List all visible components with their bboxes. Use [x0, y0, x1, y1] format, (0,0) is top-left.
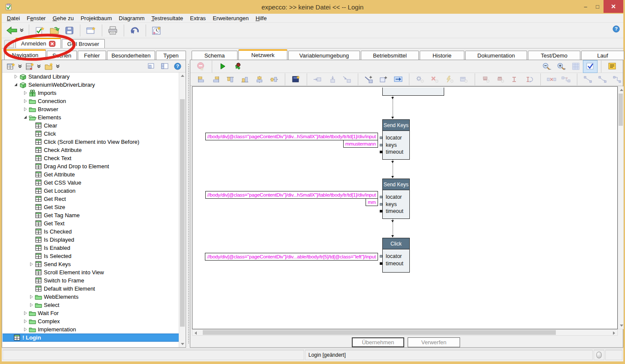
- accept-item-button[interactable]: [33, 24, 47, 37]
- tree-collapsed-icon[interactable]: [28, 294, 34, 299]
- tree-collapsed-icon[interactable]: [28, 262, 34, 267]
- tree-expanded-icon[interactable]: [13, 82, 19, 87]
- align-left-button[interactable]: [194, 73, 208, 86]
- menu-testresultate[interactable]: Testresultate: [148, 14, 187, 22]
- help-icon[interactable]: ?: [613, 25, 620, 34]
- menu-extras[interactable]: Extras: [186, 14, 209, 22]
- right-tab-dokumentation[interactable]: Dokumentation: [465, 51, 527, 60]
- tree-item-get-size[interactable]: Get Size: [3, 203, 180, 211]
- left-tab-typen[interactable]: Typen: [156, 51, 186, 60]
- tree-item-get-location[interactable]: Get Location: [3, 187, 180, 195]
- scroll-up-icon[interactable]: [618, 87, 625, 93]
- tree-collapsed-icon[interactable]: [22, 107, 28, 112]
- right-tab-variablenumgebung[interactable]: Variablenumgebung: [288, 51, 360, 60]
- zoom-in-button[interactable]: +: [554, 60, 568, 73]
- tree-item-switch-to-frame[interactable]: Switch to Frame: [3, 276, 180, 285]
- tree-item-wait-for[interactable]: Wait For: [3, 309, 180, 317]
- canvas-vertical-scrollbar[interactable]: [618, 86, 624, 329]
- right-tab-netzwerk[interactable]: Netzwerk: [238, 49, 287, 60]
- tree-item-connection[interactable]: Connection: [3, 97, 180, 105]
- tree-item-click-scroll-element-into-view-before[interactable]: Click (Scroll Element into View Before): [3, 138, 180, 146]
- line-style-step-button[interactable]: [610, 73, 625, 86]
- menu-hilfe[interactable]: Hilfe: [252, 14, 270, 22]
- tree-collapsed-icon[interactable]: [28, 303, 34, 307]
- menu-erweiterungen[interactable]: Erweiterungen: [209, 14, 252, 22]
- left-tab-besonderheiten[interactable]: Besonderheiten: [107, 51, 155, 60]
- block-port-locator[interactable]: locator: [383, 253, 409, 260]
- tree-item-clear[interactable]: Clear: [3, 121, 180, 130]
- canvas-vscroll-thumb[interactable]: [619, 94, 623, 126]
- new-window-button[interactable]: [84, 24, 98, 37]
- scroll-down-icon[interactable]: [179, 341, 186, 347]
- scroll-down-icon[interactable]: [618, 322, 625, 329]
- zoom-out-button[interactable]: −: [539, 60, 554, 73]
- insert-into-connection-button[interactable]: [391, 73, 405, 86]
- new-tab-button[interactable]: [4, 40, 14, 48]
- port-pin-timeout[interactable]: [380, 262, 382, 265]
- tab-gui-browser[interactable]: GUI Browser: [62, 39, 105, 48]
- recent-history-button[interactable]: [149, 24, 164, 37]
- line-style-direct-button[interactable]: [581, 73, 595, 86]
- diagram-block-partial[interactable]: [382, 88, 444, 96]
- menu-projektbaum[interactable]: Projektbaum: [77, 14, 116, 22]
- tree-item-get-text[interactable]: Get Text: [3, 219, 180, 228]
- align-center-horizontal-button[interactable]: [252, 73, 267, 86]
- block-port-locator[interactable]: locator: [383, 194, 409, 201]
- input-value-label[interactable]: mmustermann: [343, 140, 378, 148]
- toggle-grid-button[interactable]: [568, 60, 583, 73]
- tree-item-webelements[interactable]: WebElements: [3, 293, 180, 301]
- tree-item-browser[interactable]: Browser: [3, 105, 180, 113]
- close-tab-icon[interactable]: [49, 41, 55, 47]
- tree-item-is-enabled[interactable]: Is Enabled: [3, 244, 180, 252]
- block-port-keys[interactable]: keys: [383, 142, 409, 149]
- port-pin-locator[interactable]: [380, 136, 382, 139]
- tree-collapsed-icon[interactable]: [22, 91, 28, 95]
- menu-gehe-zu[interactable]: Gehe zu: [49, 14, 77, 22]
- port-pin-keys[interactable]: [380, 144, 382, 146]
- dropdown-chevron-icon[interactable]: [56, 64, 60, 68]
- block-port-timeout[interactable]: timeout: [383, 260, 409, 267]
- insert-new-block-button[interactable]: [289, 73, 303, 86]
- scroll-left-icon[interactable]: [192, 330, 199, 336]
- left-tab-fehler[interactable]: Fehler: [78, 51, 106, 60]
- run-button[interactable]: [216, 60, 230, 73]
- tree-item-is-selected[interactable]: Is Selected: [3, 252, 180, 260]
- load-file-button[interactable]: [47, 24, 62, 37]
- new-step-button[interactable]: [376, 73, 391, 86]
- discard-button[interactable]: Verwerfen: [408, 337, 460, 347]
- line-style-bend-button[interactable]: [595, 73, 610, 86]
- tree-item-get-tag-name[interactable]: Get Tag Name: [3, 211, 180, 219]
- canvas-hscroll-thumb[interactable]: [203, 330, 556, 335]
- navigate-back-button[interactable]: [4, 24, 25, 37]
- block-port-keys[interactable]: keys: [383, 201, 409, 208]
- print-button[interactable]: [106, 24, 120, 37]
- tree-collapsed-icon[interactable]: [22, 99, 28, 103]
- menu-diagramm[interactable]: Diagramm: [116, 14, 148, 22]
- right-tab-betriebsmittel[interactable]: Betriebsmittel: [361, 51, 419, 60]
- port-pin-timeout[interactable]: [380, 151, 382, 153]
- align-bottom-button[interactable]: [238, 73, 252, 86]
- tree-item-elements[interactable]: Elements: [3, 113, 180, 121]
- right-tab-test-demo[interactable]: Test/Demo: [528, 51, 580, 60]
- minimize-button[interactable]: –: [579, 1, 591, 12]
- block-port-locator[interactable]: locator: [383, 134, 409, 142]
- menu-datei[interactable]: Datei: [3, 14, 23, 22]
- tree-item-scroll-element-into-view[interactable]: Scroll Element into View: [3, 268, 180, 276]
- tree-item-standard-library[interactable]: Standard Library: [3, 73, 180, 81]
- tree-item-drag-and-drop-to-element[interactable]: Drag And Drop to Element: [3, 162, 180, 170]
- new-item-button[interactable]: [5, 60, 24, 73]
- canvas-horizontal-scrollbar[interactable]: [192, 329, 618, 336]
- tree-item-select[interactable]: Select: [3, 301, 180, 309]
- port-pin-locator[interactable]: [380, 255, 382, 258]
- port-pin-locator[interactable]: [380, 196, 382, 198]
- apply-button[interactable]: Übernehmen: [352, 337, 404, 347]
- right-tab-schema[interactable]: Schema: [192, 51, 238, 60]
- tree-collapsed-icon[interactable]: [22, 327, 28, 332]
- diagram-block-send-keys[interactable]: Send Keyslocatorkeystimeout: [382, 179, 410, 219]
- align-top-button[interactable]: [223, 73, 238, 86]
- left-tab-navigation[interactable]: Navigation: [4, 49, 46, 60]
- port-pin-keys[interactable]: [380, 203, 382, 206]
- diagram-block-send-keys[interactable]: Send Keyslocatorkeystimeout: [382, 119, 410, 160]
- maximize-button[interactable]: □: [591, 1, 604, 12]
- tree-item-get-rect[interactable]: Get Rect: [3, 195, 180, 203]
